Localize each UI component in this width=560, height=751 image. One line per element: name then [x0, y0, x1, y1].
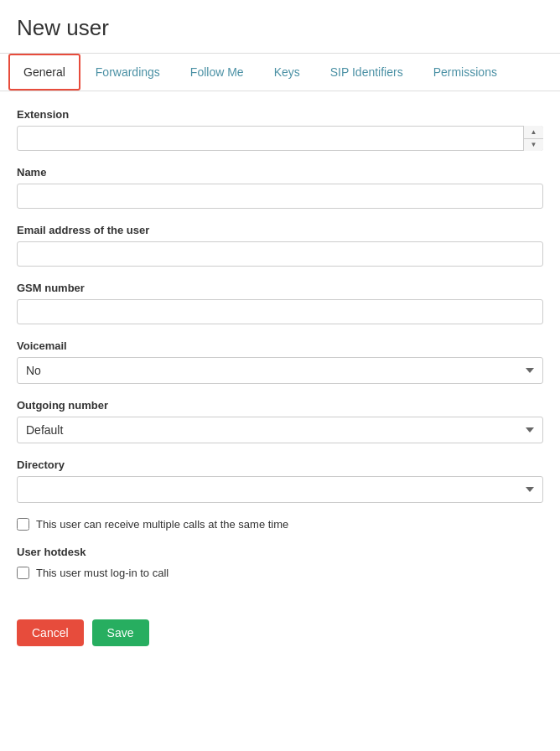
save-button[interactable]: Save	[92, 619, 149, 646]
outgoing-number-group: Outgoing number Default	[17, 399, 543, 443]
extension-spinner-down[interactable]: ▼	[524, 139, 543, 152]
directory-label: Directory	[17, 458, 543, 471]
tab-forwardings[interactable]: Forwardings	[80, 54, 175, 91]
extension-input[interactable]	[17, 126, 543, 151]
button-bar: Cancel Save	[0, 611, 560, 663]
gsm-group: GSM number	[17, 282, 543, 324]
multiple-calls-label: This user can receive multiple calls at …	[36, 518, 288, 531]
tab-permissions[interactable]: Permissions	[418, 54, 512, 91]
extension-group: Extension ▲ ▼	[17, 108, 543, 151]
name-input[interactable]	[17, 184, 543, 209]
extension-spinner: ▲ ▼	[523, 126, 543, 151]
form-area: Extension ▲ ▼ Name Email address of the …	[0, 91, 560, 611]
gsm-label: GSM number	[17, 282, 543, 294]
email-group: Email address of the user	[17, 224, 543, 267]
name-group: Name	[17, 166, 543, 209]
voicemail-label: Voicemail	[17, 339, 543, 352]
email-label: Email address of the user	[17, 224, 543, 236]
page-title: New user	[0, 0, 560, 53]
tab-bar: General Forwardings Follow Me Keys SIP I…	[0, 53, 560, 91]
cancel-button[interactable]: Cancel	[17, 619, 84, 646]
extension-label: Extension	[17, 108, 543, 121]
directory-select[interactable]	[17, 476, 543, 503]
must-login-checkbox[interactable]	[17, 567, 29, 579]
voicemail-select[interactable]: No Yes	[17, 357, 543, 384]
email-input[interactable]	[17, 241, 543, 267]
extension-spinner-up[interactable]: ▲	[524, 126, 543, 139]
user-hotdesk-section-label: User hotdesk	[17, 546, 543, 558]
tab-general[interactable]: General	[8, 54, 80, 91]
outgoing-number-label: Outgoing number	[17, 399, 543, 412]
name-label: Name	[17, 166, 543, 179]
must-login-label: This user must log-in to call	[36, 567, 169, 579]
multiple-calls-group: This user can receive multiple calls at …	[17, 518, 543, 531]
directory-group: Directory	[17, 458, 543, 503]
tab-follow-me[interactable]: Follow Me	[175, 54, 259, 91]
multiple-calls-checkbox[interactable]	[17, 518, 29, 531]
must-login-group: This user must log-in to call	[17, 567, 543, 579]
outgoing-number-select[interactable]: Default	[17, 417, 543, 443]
extension-input-wrapper: ▲ ▼	[17, 126, 543, 151]
tab-sip-identifiers[interactable]: SIP Identifiers	[315, 54, 418, 91]
voicemail-group: Voicemail No Yes	[17, 339, 543, 384]
tab-keys[interactable]: Keys	[259, 54, 315, 91]
gsm-input[interactable]	[17, 299, 543, 324]
